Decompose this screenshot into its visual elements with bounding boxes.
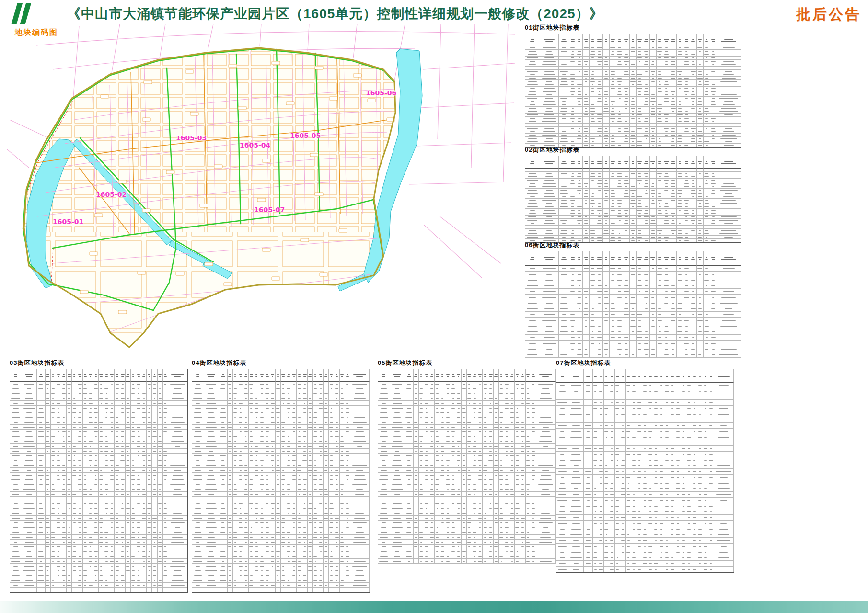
table-cell [576, 192, 583, 195]
table-cell [576, 80, 583, 83]
table-cell [525, 306, 540, 312]
table-cell [526, 530, 531, 535]
table-header-cell [690, 156, 697, 169]
table-cell [703, 544, 709, 549]
table-cell [254, 525, 259, 530]
table-cell [670, 549, 675, 555]
table-cell [467, 463, 472, 468]
table-cell [590, 70, 596, 73]
table-cell [405, 396, 414, 401]
table-cell [637, 463, 643, 469]
table-cell [610, 306, 616, 312]
table-header-cell [297, 369, 302, 382]
table-cell [456, 554, 462, 559]
table-cell [637, 300, 643, 306]
table-cell [192, 482, 204, 487]
table-cell [131, 521, 136, 525]
table-cell [131, 396, 136, 401]
table-cell [67, 482, 72, 487]
table-header-cell [642, 369, 648, 383]
table-cell [259, 386, 265, 391]
table-cell [643, 341, 650, 346]
table-cell [350, 588, 370, 592]
table-cell [623, 277, 630, 283]
table-cell [83, 477, 88, 482]
table-cell [276, 396, 281, 401]
table-cell [615, 532, 620, 538]
table-cell [598, 549, 603, 555]
table-cell [61, 425, 67, 430]
table-header-cell [569, 156, 576, 169]
table-cell [569, 70, 576, 73]
table-header-cell [610, 251, 616, 266]
table-cell [568, 475, 584, 480]
table-cell [531, 439, 536, 444]
table-cell [152, 501, 157, 506]
table-cell [152, 564, 157, 568]
table-cell [324, 492, 329, 497]
table-cell [313, 396, 318, 401]
table-cell [525, 277, 540, 283]
table-cell [281, 540, 286, 545]
table-cell [429, 406, 435, 410]
table-cell [324, 564, 329, 568]
table-cell [642, 452, 648, 457]
table-cell [243, 406, 249, 410]
table-cell [623, 83, 630, 87]
table-cell [483, 530, 488, 535]
table-cell [630, 114, 637, 117]
table-header-cell [467, 369, 472, 382]
table-cell [590, 53, 596, 57]
table-cell [690, 57, 697, 60]
table-cell [419, 415, 424, 420]
table-cell [291, 449, 297, 454]
table-cell [704, 289, 710, 295]
table-cell [690, 63, 697, 67]
table-cell [615, 446, 620, 452]
table-cell [616, 117, 623, 120]
table-cell [265, 506, 270, 511]
table-cell [488, 516, 494, 521]
table-cell [115, 540, 120, 545]
table-cell [334, 583, 339, 588]
table-cell [340, 396, 345, 401]
table-cell [456, 406, 462, 410]
table-cell [56, 525, 61, 530]
table-cell [467, 516, 472, 521]
table-cell [576, 199, 583, 202]
table-cell [259, 521, 265, 525]
table-cell [350, 386, 370, 391]
table-cell [556, 549, 568, 555]
table-cell [141, 391, 147, 396]
table-cell [350, 382, 370, 386]
table-cell [313, 454, 318, 458]
table-cell [540, 120, 559, 124]
table-cell [61, 473, 67, 477]
table-cell [620, 469, 626, 475]
table-cell [559, 182, 569, 185]
table-cell [477, 458, 483, 463]
table-cell [637, 266, 643, 272]
table-cell [472, 540, 477, 545]
table-cell [637, 329, 643, 335]
table-cell [243, 401, 249, 406]
table-cell [650, 169, 657, 172]
table-cell [509, 501, 515, 506]
table-cell [616, 216, 623, 219]
table-header-cell [509, 369, 515, 382]
table-cell [483, 549, 488, 554]
table-cell [281, 458, 286, 463]
table-cell [620, 480, 626, 486]
table-cell [104, 564, 109, 568]
table-cell [67, 573, 72, 578]
table-cell [46, 468, 51, 473]
table-cell [620, 452, 626, 457]
table-cell [136, 434, 141, 439]
table-cell [109, 573, 115, 578]
table-cell [596, 335, 603, 341]
table-cell [10, 573, 22, 578]
table-cell [243, 497, 249, 501]
table-cell [291, 482, 297, 487]
table-cell [228, 549, 233, 554]
table-cell [390, 454, 405, 458]
